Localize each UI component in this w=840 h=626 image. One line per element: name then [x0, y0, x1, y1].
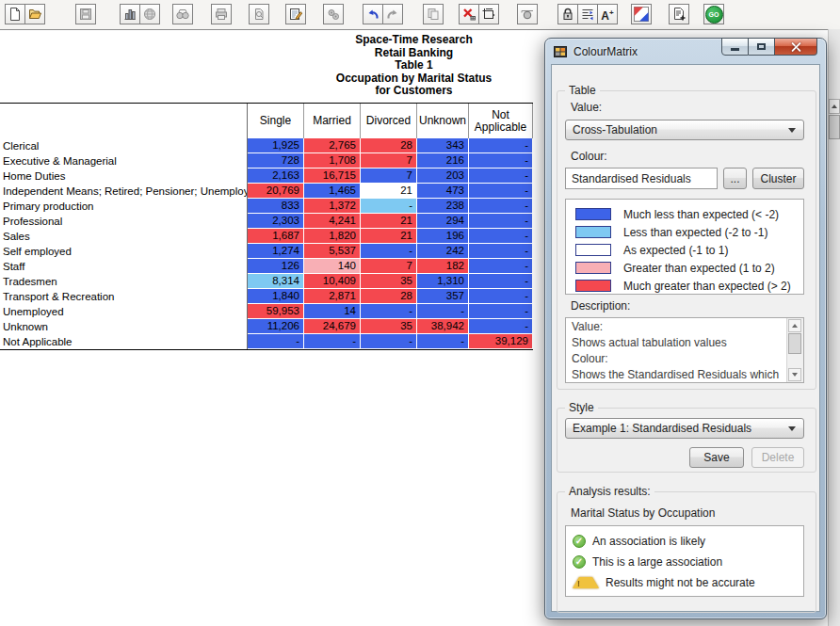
data-cell[interactable]: 1,687 [248, 229, 304, 243]
data-cell[interactable]: 21 [361, 184, 417, 198]
data-cell[interactable]: 21 [361, 214, 417, 228]
save-button[interactable]: Save [689, 447, 744, 468]
data-cell[interactable]: 2,765 [304, 138, 361, 152]
data-cell[interactable]: 39,129 [469, 334, 533, 348]
data-cell[interactable]: - [469, 199, 533, 213]
scrollbar-thumb[interactable] [829, 115, 840, 139]
row-label[interactable]: Primary production [0, 199, 248, 214]
data-cell[interactable]: 357 [417, 289, 469, 303]
column-header[interactable]: Unknown [417, 104, 469, 138]
data-cell[interactable]: 35 [361, 274, 417, 288]
data-cell[interactable]: 20,769 [248, 184, 304, 198]
resize-table-button[interactable] [478, 4, 499, 24]
data-cell[interactable]: 1,840 [248, 289, 304, 303]
row-label[interactable]: Not Applicable [0, 334, 248, 349]
data-cell[interactable]: 21 [361, 229, 417, 243]
open-file-button[interactable] [24, 4, 45, 24]
data-cell[interactable]: 238 [417, 199, 469, 213]
data-cell[interactable]: 7 [361, 169, 417, 183]
data-cell[interactable]: 1,708 [304, 153, 361, 168]
row-label[interactable]: Clerical [0, 138, 248, 153]
row-label[interactable]: Unknown [0, 319, 248, 334]
data-cell[interactable]: 4,241 [304, 214, 361, 228]
main-vertical-scrollbar[interactable] [828, 29, 840, 626]
data-cell[interactable]: 5,537 [304, 244, 361, 258]
column-header[interactable]: Divorced [361, 104, 417, 138]
data-cell[interactable]: 28 [361, 138, 417, 152]
data-cell[interactable]: - [469, 289, 533, 303]
data-cell[interactable]: 11,206 [248, 319, 304, 333]
data-cell[interactable]: 7 [361, 153, 417, 168]
data-cell[interactable]: - [361, 304, 417, 318]
data-cell[interactable]: 1,465 [304, 184, 361, 198]
data-cell[interactable]: 2,163 [248, 169, 304, 183]
data-cell[interactable]: 833 [248, 199, 304, 213]
data-cell[interactable]: 203 [417, 169, 469, 183]
data-cell[interactable]: 1,372 [304, 199, 361, 213]
column-header[interactable]: Not Applicable [469, 104, 533, 138]
data-cell[interactable]: 126 [248, 259, 304, 273]
value-dropdown[interactable]: Cross-Tabulation [565, 120, 804, 140]
data-cell[interactable]: 14 [304, 304, 361, 318]
data-cell[interactable]: 38,942 [417, 319, 469, 333]
data-cell[interactable]: 182 [417, 259, 469, 273]
colour-input[interactable]: Standardised Residuals [565, 168, 718, 189]
data-cell[interactable]: 294 [417, 214, 469, 228]
browse-button[interactable]: ... [723, 168, 747, 189]
data-cell[interactable]: - [361, 244, 417, 258]
data-cell[interactable]: 24,679 [304, 319, 361, 333]
data-cell[interactable]: - [469, 319, 533, 333]
edit-annotations-button[interactable] [285, 4, 306, 24]
data-cell[interactable]: - [469, 259, 533, 273]
data-cell[interactable]: 28 [361, 289, 417, 303]
data-cell[interactable]: - [417, 304, 469, 318]
data-cell[interactable]: 1,310 [417, 274, 469, 288]
data-cell[interactable]: - [469, 169, 533, 183]
column-header[interactable]: Single [248, 104, 304, 138]
row-label[interactable]: Professional [0, 214, 248, 229]
row-label[interactable]: Transport & Recreation [0, 289, 248, 304]
data-cell[interactable]: 7 [361, 259, 417, 273]
new-document-button[interactable] [5, 4, 25, 24]
data-cell[interactable]: - [417, 334, 469, 348]
increase-font-button[interactable]: A+ [597, 4, 618, 24]
description-scrollbar[interactable] [786, 318, 803, 382]
go-button[interactable]: GO [703, 4, 724, 24]
row-label[interactable]: Staff [0, 259, 248, 274]
data-cell[interactable]: 242 [417, 244, 469, 258]
row-label[interactable]: Sales [0, 229, 248, 244]
data-cell[interactable]: - [361, 199, 417, 213]
dialog-titlebar[interactable]: ColourMatrix [545, 39, 826, 64]
data-cell[interactable]: - [469, 244, 533, 258]
data-cell[interactable]: 1,820 [304, 229, 361, 243]
row-label[interactable]: Executive & Managerial [0, 153, 248, 169]
scroll-up-button[interactable] [829, 99, 840, 114]
lock-button[interactable] [557, 4, 578, 24]
data-cell[interactable]: 343 [417, 138, 469, 152]
data-cell[interactable]: - [469, 304, 533, 318]
wrap-headings-button[interactable] [577, 4, 598, 24]
data-cell[interactable]: 196 [417, 229, 469, 243]
data-cell[interactable]: 59,953 [248, 304, 304, 318]
add-summation-button[interactable] [669, 4, 689, 24]
data-cell[interactable]: 1,925 [248, 138, 304, 152]
close-button[interactable] [775, 38, 817, 56]
data-cell[interactable]: - [469, 138, 533, 152]
delete-selection-button[interactable] [459, 4, 479, 24]
colour-matrix-button[interactable] [631, 4, 652, 24]
data-cell[interactable]: 216 [417, 153, 469, 168]
data-cell[interactable]: - [469, 153, 533, 168]
data-cell[interactable]: 728 [248, 153, 304, 168]
row-label[interactable]: Independent Means; Retired; Pensioner; U… [0, 184, 248, 199]
minimize-button[interactable] [721, 38, 749, 56]
data-cell[interactable]: 2,303 [248, 214, 304, 228]
data-cell[interactable]: - [469, 274, 533, 288]
column-header[interactable]: Married [304, 104, 361, 138]
cluster-button[interactable]: Cluster [752, 168, 804, 189]
data-cell[interactable]: - [361, 334, 417, 348]
row-label[interactable]: Tradesmen [0, 274, 248, 289]
row-label[interactable]: Self employed [0, 244, 248, 259]
data-cell[interactable]: - [469, 229, 533, 243]
scrollbar-thumb[interactable] [788, 333, 801, 354]
data-cell[interactable]: 473 [417, 184, 469, 198]
